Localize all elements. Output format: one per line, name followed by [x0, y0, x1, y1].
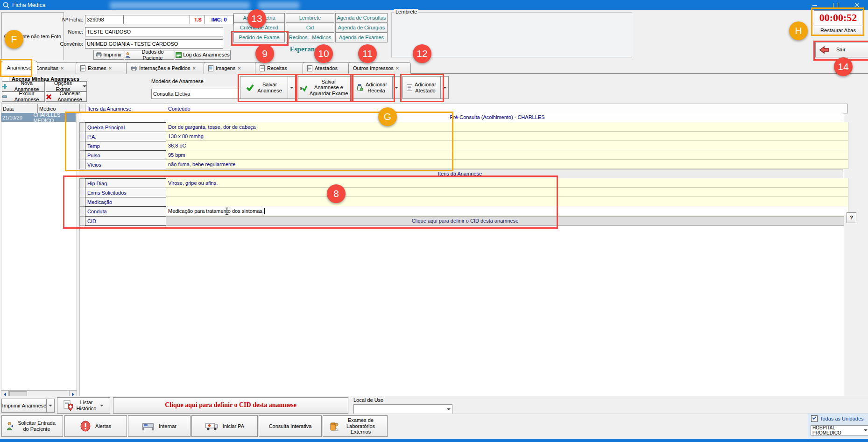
annotation-circle-11: 11: [358, 44, 377, 63]
ficha-input[interactable]: 329098: [85, 15, 125, 24]
iniciar-pa-button[interactable]: Iniciar PA: [191, 415, 258, 437]
imprimir-anamnese-button[interactable]: Imprimir Anamnese: [1, 399, 47, 413]
tab-atestados[interactable]: Atestados: [303, 62, 355, 74]
ts-button[interactable]: T.S: [190, 15, 206, 24]
local-de-uso-label: Local de Uso: [353, 397, 383, 403]
excluir-anamnese-button[interactable]: Excluir Anamnese: [2, 91, 45, 102]
new-icon: [2, 84, 7, 89]
printer-icon: [96, 52, 102, 57]
redacted-title-text: [110, 2, 250, 9]
ficha-secondary-input[interactable]: [123, 15, 191, 24]
cid-button[interactable]: Cid: [286, 23, 334, 33]
checkbox-checked-icon: [811, 415, 818, 422]
tab-close-icon[interactable]: ×: [238, 65, 240, 71]
recibos-medicos-button[interactable]: Recibos - Médicos: [286, 33, 334, 42]
annotation-box-11: [350, 74, 395, 102]
nova-anamnese-button[interactable]: Nova Anamnese: [2, 81, 45, 91]
annotation-circle-H: H: [789, 21, 808, 40]
annotation-circle-12: 12: [413, 44, 431, 63]
person-icon: [125, 52, 130, 58]
tab-exames[interactable]: Exames×: [76, 62, 132, 74]
tab-internacoes-e-pedidos[interactable]: Internações e Pedidos×: [126, 62, 209, 74]
specimen-icon: [330, 421, 339, 431]
tab-close-icon[interactable]: ×: [192, 65, 195, 71]
ficha-label: Nº Ficha:: [50, 17, 83, 22]
chevron-down-icon: [83, 85, 86, 87]
tab-imagens[interactable]: Imagens×: [204, 62, 261, 74]
annotation-circle-14: 14: [834, 57, 853, 76]
lembrete-groupbox-label: Lembrete: [394, 9, 418, 14]
nome-input[interactable]: TESTE CARDOSO: [85, 27, 223, 36]
annotation-circle-10: 10: [314, 44, 333, 63]
annotation-box-9: [238, 74, 296, 102]
maximize-icon: [833, 3, 838, 8]
alertas-button[interactable]: Alertas: [64, 415, 127, 437]
todas-as-unidades-checkbox[interactable]: Todas as Unidades: [811, 415, 864, 422]
exames-laboratorios-externos-button[interactable]: Exames de Laboratórios Externos: [323, 415, 388, 437]
annotation-circle-13: 13: [247, 9, 266, 28]
minimize-icon: [812, 5, 817, 6]
consulta-interativa-button[interactable]: Consulta Interativa: [259, 415, 322, 437]
agenda-de-exames-button[interactable]: Agenda de Exames: [335, 33, 388, 42]
ficha-medica-window: Ficha Médica O Paciente não tem Foto Nº …: [0, 0, 868, 442]
agenda-de-consultas-button[interactable]: Agenda de Consultas: [335, 13, 388, 23]
unidade-select[interactable]: HOSPITAL PROMEDICO: [811, 425, 868, 435]
cancelar-anamnese-button[interactable]: Cancelar Anamnese: [46, 91, 87, 102]
window-frame-bottom: [0, 439, 868, 442]
document-icon: [260, 65, 265, 71]
help-button[interactable]: ?: [847, 212, 856, 223]
window-title: Ficha Médica: [12, 2, 45, 8]
imc-button[interactable]: IMC: 0: [205, 15, 233, 24]
history-shield-icon: [64, 400, 73, 411]
annotation-circle-9: 9: [255, 44, 274, 63]
person-enter-icon: [7, 422, 13, 430]
agenda-de-cirurgias-button[interactable]: Agenda de Cirurgias: [335, 23, 388, 33]
annotation-box-13: [231, 31, 289, 46]
tab-close-icon[interactable]: ×: [396, 65, 399, 71]
chevron-down-icon: [864, 429, 868, 431]
nome-label: Nome:: [50, 29, 83, 35]
app-icon: [3, 2, 9, 8]
redacted-title-text: [258, 2, 299, 9]
imprimir-button[interactable]: Imprimir: [93, 50, 124, 60]
opcoes-extras-button[interactable]: Opções Extras: [46, 81, 87, 91]
modelo-anamnese-select[interactable]: Consulta Eletiva: [151, 89, 247, 99]
internar-button[interactable]: Internar: [128, 415, 191, 437]
document-icon: [307, 65, 312, 71]
remove-icon: [2, 95, 7, 98]
dados-do-paciente-button[interactable]: Dados do Paciente: [125, 50, 174, 60]
local-de-uso-select[interactable]: [353, 404, 452, 414]
log-das-anamneses-button[interactable]: Log das Anamneses: [175, 50, 231, 60]
tab-close-icon[interactable]: ×: [61, 65, 64, 71]
annotation-box-F: [0, 59, 32, 77]
modelos-de-anamnese-label: Modelos de Anamnese: [151, 78, 204, 84]
tab-close-icon[interactable]: ×: [109, 65, 112, 71]
solicitar-entrada-button[interactable]: Solicitar Entrada do Paciente: [1, 415, 63, 437]
tab-receitas[interactable]: Receitas: [255, 62, 309, 74]
document-icon: [80, 65, 85, 71]
definir-cid-button[interactable]: Clique aqui para definir o CID desta ana…: [113, 397, 348, 414]
annotation-box-10: [296, 74, 353, 102]
chevron-down-icon: [49, 405, 52, 407]
printer-icon: [131, 66, 137, 71]
convenio-label: Convênio:: [50, 41, 83, 47]
listar-historico-button[interactable]: Listar Histórico: [57, 397, 110, 414]
tab-consultas[interactable]: Consultas×: [31, 62, 81, 74]
convenio-input[interactable]: UNIMED GOIANIA - TESTE CARDOSO: [85, 39, 223, 49]
alert-icon: [80, 421, 91, 432]
image-icon: [208, 65, 213, 71]
annotation-circle-8: 8: [327, 184, 346, 203]
annotation-box-12: [400, 74, 444, 102]
ambulance-icon: [205, 421, 218, 431]
tab-outros-impressos[interactable]: Outros Impressos×: [348, 62, 411, 74]
annotation-box-8: [63, 175, 558, 229]
annotation-circle-G: G: [378, 107, 397, 126]
lembrete-button[interactable]: Lembrete: [286, 13, 334, 23]
log-icon: [176, 52, 182, 58]
cancel-x-icon: [46, 94, 51, 99]
annotation-circle-F: F: [5, 30, 23, 49]
chevron-down-icon: [447, 408, 451, 410]
annotation-box-H: [811, 7, 864, 36]
imprimir-anamnese-dropdown[interactable]: [46, 399, 55, 413]
chevron-down-icon: [100, 405, 104, 407]
